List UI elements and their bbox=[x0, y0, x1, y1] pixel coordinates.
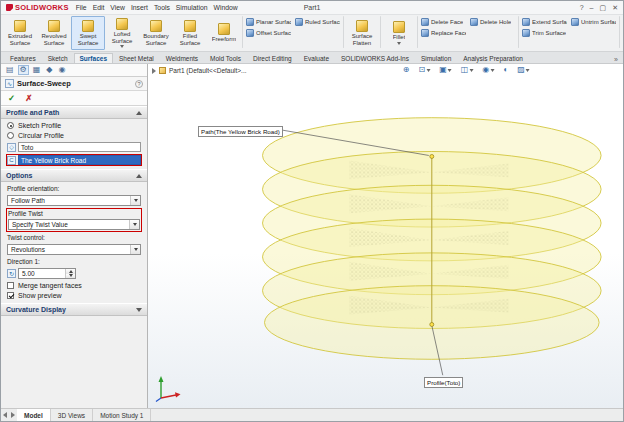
zoom-fit-icon[interactable]: ⊕ bbox=[401, 65, 412, 75]
ribbon-tab[interactable]: Simulation bbox=[415, 53, 457, 63]
spin-up-icon[interactable] bbox=[69, 270, 73, 273]
path-selection-field[interactable]: The Yellow Brick Road bbox=[18, 155, 141, 165]
menu-item[interactable]: View bbox=[107, 4, 128, 11]
tab-scroll-right-icon[interactable] bbox=[9, 409, 17, 421]
ribbon-button[interactable]: Ruled Surface bbox=[293, 16, 342, 28]
profile-twist-select[interactable]: Specify Twist Value bbox=[8, 219, 140, 230]
view-settings-icon[interactable]: ▨ bbox=[515, 65, 532, 75]
tab-scroll-left-icon[interactable] bbox=[1, 409, 9, 421]
3d-scene[interactable] bbox=[148, 64, 623, 408]
radio-label: Circular Profile bbox=[18, 132, 64, 139]
hide-show-items-icon[interactable]: ◉ bbox=[480, 65, 496, 75]
edit-appearance-icon[interactable]: ◐ bbox=[501, 65, 510, 75]
ribbon-button[interactable]: Delete Hole bbox=[468, 16, 517, 28]
menu-bar: FileEditViewInsertToolsSimulationWindow bbox=[73, 4, 241, 11]
feature-tree-flyout[interactable]: Part1 (Default<<Default>... bbox=[152, 67, 247, 74]
configurationmanager-tab-icon[interactable]: ▦ bbox=[32, 66, 42, 74]
dropdown-button[interactable] bbox=[129, 220, 139, 229]
part-tree-label: Part1 (Default<<Default>... bbox=[169, 67, 247, 74]
ribbon-button[interactable]: Knit Surface bbox=[621, 16, 623, 28]
ribbon-tab[interactable]: Sheet Metal bbox=[113, 53, 160, 63]
document-tab[interactable]: Motion Study 1 bbox=[93, 409, 151, 421]
menu-item[interactable]: Tools bbox=[151, 4, 173, 11]
ribbon-button[interactable]: Freeform bbox=[207, 16, 241, 50]
ribbon-button[interactable]: Filled Surface bbox=[173, 16, 207, 50]
tool-icon bbox=[522, 18, 530, 26]
view-orientation-icon[interactable]: ▣ bbox=[437, 65, 454, 75]
zoom-area-icon[interactable]: ⊡ bbox=[416, 65, 432, 75]
profile-orientation-label: Profile orientation: bbox=[7, 185, 141, 192]
ribbon-button[interactable]: Lofted Surface bbox=[105, 16, 139, 50]
tabstrip-overflow-icon[interactable]: » bbox=[612, 56, 620, 63]
ribbon-tab[interactable]: Sketch bbox=[42, 53, 74, 63]
ribbon-button[interactable]: Untrim Surface bbox=[569, 16, 618, 28]
menu-item[interactable]: Edit bbox=[90, 4, 108, 11]
display-style-icon[interactable]: ◫ bbox=[459, 65, 476, 75]
ribbon-tab[interactable]: Analysis Preparation bbox=[457, 53, 529, 63]
ribbon-button[interactable]: Offset Surface bbox=[244, 28, 293, 40]
ribbon-tab[interactable]: Evaluate bbox=[298, 53, 335, 63]
minimize-icon[interactable]: – bbox=[590, 4, 594, 11]
profile-field-row: ◇ Toto bbox=[7, 142, 141, 152]
dropdown-button[interactable] bbox=[130, 196, 140, 205]
graphics-area[interactable]: Part1 (Default<<Default>... ⊕ ⊡ ▣ bbox=[148, 64, 623, 408]
ribbon-button[interactable]: Planar Surface bbox=[244, 16, 293, 28]
direction1-spinner[interactable]: 5.00 bbox=[18, 268, 76, 279]
ribbon-button[interactable]: Boundary Surface bbox=[139, 16, 173, 50]
featuremanager-tab-icon[interactable]: ▤ bbox=[5, 66, 15, 74]
ribbon-button[interactable]: Surface Flatten bbox=[345, 16, 379, 50]
profile-orientation-select[interactable]: Follow Path bbox=[7, 195, 141, 206]
tool-icon bbox=[184, 20, 196, 32]
ribbon-tab[interactable]: Direct Editing bbox=[247, 53, 298, 63]
expand-tree-icon[interactable] bbox=[152, 68, 156, 74]
document-title: Part1 bbox=[304, 4, 321, 11]
ribbon-tab[interactable]: SOLIDWORKS Add-Ins bbox=[335, 53, 415, 63]
ribbon-button[interactable]: Trim Surface bbox=[520, 28, 569, 40]
section-options[interactable]: Options bbox=[1, 169, 147, 182]
ribbon-button[interactable]: Fillet bbox=[382, 16, 416, 50]
ribbon-button[interactable]: Extruded Surface bbox=[3, 16, 37, 50]
dimxpertmanager-tab-icon[interactable]: ◆ bbox=[45, 66, 53, 74]
ribbon-button[interactable]: Delete Face bbox=[419, 16, 468, 28]
spinner-buttons[interactable] bbox=[65, 269, 75, 278]
ribbon-button[interactable]: Replace Face bbox=[419, 28, 468, 40]
ribbon-button[interactable]: Swept Surface bbox=[71, 16, 105, 50]
ribbon-tab[interactable]: Features bbox=[4, 53, 42, 63]
ribbon-tab[interactable]: Mold Tools bbox=[204, 53, 247, 63]
menu-item[interactable]: Simulation bbox=[173, 4, 211, 11]
menu-item[interactable]: File bbox=[73, 4, 90, 11]
ribbon-button[interactable]: Thicken bbox=[621, 28, 623, 40]
section-curvature-display[interactable]: Curvature Display bbox=[1, 303, 147, 316]
maximize-icon[interactable]: ▢ bbox=[600, 4, 607, 12]
ribbon-button[interactable]: Revolved Surface bbox=[37, 16, 71, 50]
tool-icon bbox=[150, 20, 162, 32]
profile-selection-field[interactable]: Toto bbox=[18, 142, 141, 152]
tool-icon bbox=[295, 18, 303, 26]
twist-control-select[interactable]: Revolutions bbox=[7, 244, 141, 255]
circular-profile-radio[interactable]: Circular Profile bbox=[7, 132, 141, 139]
ribbon-tab[interactable]: Weldments bbox=[160, 53, 204, 63]
help-icon[interactable]: ? bbox=[580, 4, 584, 11]
solidworks-logo-icon bbox=[6, 4, 13, 11]
section-profile-and-path[interactable]: Profile and Path bbox=[1, 106, 147, 119]
dropdown-button[interactable] bbox=[130, 245, 140, 254]
menu-item[interactable]: Insert bbox=[128, 4, 151, 11]
spin-down-icon[interactable] bbox=[69, 274, 73, 277]
show-preview-checkbox[interactable]: Show preview bbox=[7, 292, 141, 299]
displaymanager-tab-icon[interactable]: ◉ bbox=[57, 66, 66, 74]
sketch-profile-radio[interactable]: Sketch Profile bbox=[7, 122, 141, 129]
merge-tangent-checkbox[interactable]: Merge tangent faces bbox=[7, 282, 141, 289]
ribbon-tab[interactable]: Surfaces bbox=[74, 53, 113, 63]
command-title: Surface-Sweep bbox=[17, 79, 71, 88]
document-tab[interactable]: Model bbox=[17, 409, 51, 421]
cancel-button[interactable]: ✗ bbox=[25, 93, 32, 103]
close-icon[interactable]: ✕ bbox=[612, 4, 618, 12]
propertymanager-tab-icon[interactable]: ⚙ bbox=[19, 66, 28, 74]
ribbon-separator bbox=[518, 16, 519, 48]
help-icon[interactable]: ? bbox=[135, 80, 143, 88]
ribbon-button[interactable]: Extend Surface bbox=[520, 16, 569, 28]
menu-item[interactable]: Window bbox=[211, 4, 241, 11]
ok-button[interactable]: ✓ bbox=[8, 93, 15, 103]
document-tab[interactable]: 3D Views bbox=[51, 409, 93, 421]
tool-icon bbox=[522, 29, 530, 37]
